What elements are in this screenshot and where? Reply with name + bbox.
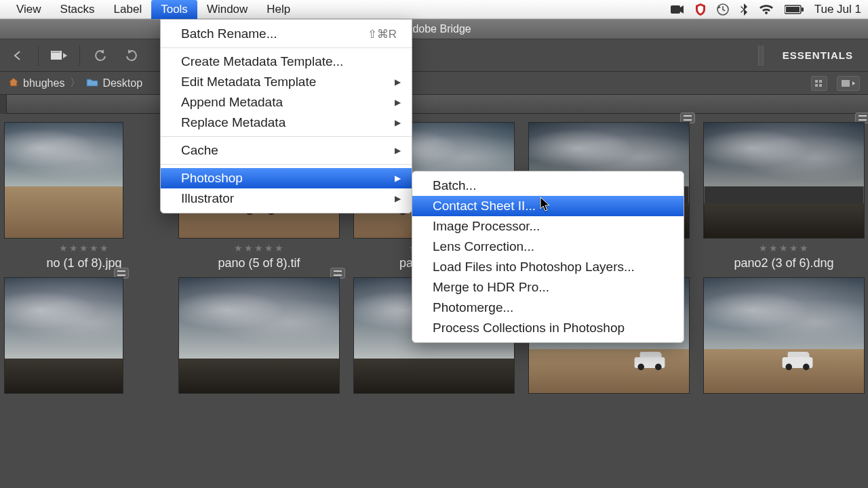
thumbnail-filename: no (1 of 8).jpg	[46, 256, 121, 270]
menu-item-replace-metadata[interactable]: Replace Metadata	[161, 113, 412, 133]
menu-item-label: Create Metadata Template...	[181, 54, 343, 69]
thumbnail-cell[interactable]	[175, 277, 343, 394]
menu-item-label: Process Collections in Photoshop	[433, 321, 625, 335]
filter-grid-button[interactable]	[811, 76, 827, 91]
menu-stacks[interactable]: Stacks	[51, 0, 104, 19]
submenu-item-lens-correction[interactable]: Lens Correction...	[412, 237, 684, 257]
menu-separator	[161, 47, 412, 48]
rotate-cw-button[interactable]	[121, 46, 142, 65]
window-titlebar: – Adobe Bridge	[0, 19, 868, 39]
menu-item-label: Photoshop	[181, 171, 243, 186]
bluetooth-icon[interactable]	[740, 3, 748, 16]
thumbnail-image	[4, 122, 123, 239]
timemachine-icon[interactable]	[717, 3, 729, 16]
thumbnail-cell[interactable]	[0, 277, 168, 394]
rating-stars[interactable]: ★★★★★	[234, 243, 285, 252]
rating-stars[interactable]: ★★★★★	[759, 243, 810, 252]
svg-rect-8	[819, 80, 822, 83]
submenu-item-batch[interactable]: Batch...	[412, 176, 684, 196]
svg-rect-9	[815, 84, 818, 87]
menu-label[interactable]: Label	[104, 0, 152, 19]
menu-item-label: Cache	[181, 143, 218, 158]
menu-item-label: Replace Metadata	[181, 115, 285, 130]
menu-item-label: Batch...	[433, 178, 476, 192]
svg-point-2	[765, 12, 768, 14]
menu-item-label: Load Files into Photoshop Layers...	[433, 260, 635, 274]
menu-item-label: Contact Sheet II...	[433, 199, 536, 213]
menu-view[interactable]: View	[7, 0, 51, 19]
crumb-text: bhughes	[23, 77, 64, 89]
submenu-item-process-collections[interactable]: Process Collections in Photoshop	[412, 318, 684, 338]
reveal-button[interactable]	[48, 46, 70, 65]
svg-rect-4	[786, 7, 800, 12]
menu-separator	[161, 136, 412, 137]
rating-stars[interactable]: ★★★★★	[59, 243, 110, 252]
mac-menubar: View Stacks Label Tools Window Help Tue …	[0, 0, 868, 19]
menu-item-append-metadata[interactable]: Append Metadata	[161, 92, 412, 113]
menu-item-edit-metadata[interactable]: Edit Metadata Template	[161, 72, 412, 92]
menu-item-label: Lens Correction...	[433, 239, 534, 253]
svg-rect-10	[819, 84, 822, 87]
thumbnail-filename: pano2 (3 of 6).dng	[734, 256, 833, 270]
back-button[interactable]	[7, 46, 28, 65]
menu-item-label: Photomerge...	[433, 300, 513, 314]
toolbar-grip[interactable]	[758, 45, 765, 66]
toolbar-separator	[79, 45, 80, 66]
toolbar: ESSENTIALS	[0, 39, 868, 72]
thumbnail-image	[178, 277, 340, 394]
menu-item-label: Append Metadata	[181, 95, 283, 110]
svg-rect-0	[671, 5, 680, 14]
menu-item-label: Batch Rename...	[181, 26, 277, 41]
menubar-right: Tue Jul 1	[671, 3, 861, 16]
menu-item-create-metadata[interactable]: Create Metadata Template...	[161, 52, 412, 72]
menu-item-batch-rename[interactable]: Batch Rename... ⇧⌘R	[161, 24, 412, 44]
thumbnail-image	[4, 277, 123, 394]
rotate-ccw-button[interactable]	[90, 46, 111, 65]
thumbnail-cell[interactable]: ★★★★★ pano2 (3 of 6).dng	[700, 122, 868, 270]
menu-item-illustrator[interactable]: Illustrator	[161, 188, 412, 209]
menu-window[interactable]: Window	[197, 0, 257, 19]
shield-icon[interactable]	[695, 3, 706, 16]
menu-item-label: Merge to HDR Pro...	[433, 280, 549, 294]
breadcrumb[interactable]: bhughes 〉 Desktop	[8, 76, 142, 90]
menu-item-label: Image Processor...	[433, 219, 540, 233]
submenu-item-image-processor[interactable]: Image Processor...	[412, 216, 684, 237]
svg-rect-7	[815, 80, 818, 83]
facetime-icon[interactable]	[671, 5, 684, 14]
thumbnail-cell[interactable]	[700, 277, 868, 394]
menu-help[interactable]: Help	[257, 0, 300, 19]
menu-tools[interactable]: Tools	[151, 0, 197, 19]
thumbnail-image	[703, 277, 865, 394]
view-options-button[interactable]	[837, 76, 860, 91]
menu-item-label: Edit Metadata Template	[181, 75, 316, 89]
crumb-text: Desktop	[102, 77, 142, 89]
menu-item-photoshop[interactable]: Photoshop	[161, 168, 412, 188]
menu-separator	[161, 164, 412, 165]
panel-subbar	[0, 95, 868, 114]
thumbnail-filename: pano (5 of 8).tif	[218, 256, 300, 270]
svg-rect-11	[842, 80, 850, 87]
path-bar: bhughes 〉 Desktop	[0, 72, 868, 95]
menubar-clock[interactable]: Tue Jul 1	[814, 3, 861, 16]
thumbnail-image	[703, 122, 865, 239]
menu-item-label: Illustrator	[181, 191, 234, 206]
thumbnail-cell[interactable]: ★★★★★ no (1 of 8).jpg	[0, 122, 168, 270]
workspace-label[interactable]: ESSENTIALS	[783, 49, 861, 61]
submenu-item-merge-hdr[interactable]: Merge to HDR Pro...	[412, 277, 684, 298]
submenu-item-load-layers[interactable]: Load Files into Photoshop Layers...	[412, 257, 684, 277]
mouse-cursor-icon	[540, 197, 552, 216]
wifi-icon[interactable]	[759, 4, 774, 15]
toolbar-separator	[38, 45, 39, 66]
battery-icon[interactable]	[785, 5, 804, 14]
menubar-left: View Stacks Label Tools Window Help	[7, 0, 300, 19]
menu-item-cache[interactable]: Cache	[161, 140, 412, 161]
svg-rect-5	[802, 7, 804, 12]
menu-shortcut: ⇧⌘R	[368, 27, 397, 41]
submenu-item-photomerge[interactable]: Photomerge...	[412, 298, 684, 318]
tools-menu-dropdown: Batch Rename... ⇧⌘R Create Metadata Temp…	[160, 19, 412, 214]
chevron-right-icon: 〉	[68, 76, 82, 90]
folder-icon	[86, 77, 98, 89]
home-icon	[8, 77, 19, 89]
